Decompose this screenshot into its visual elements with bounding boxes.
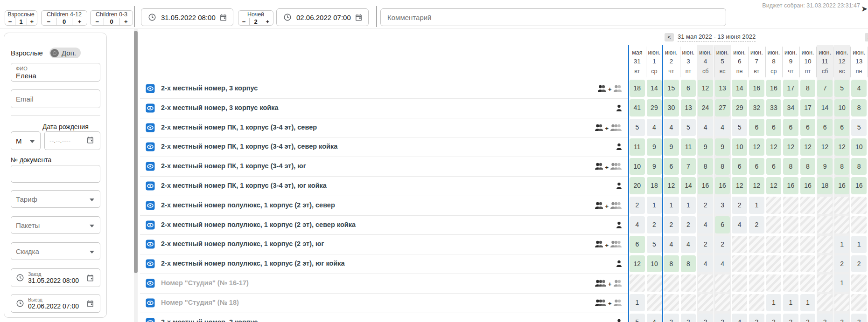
availability-cell[interactable]: 32 (749, 99, 764, 116)
availability-cell[interactable]: 12 (732, 177, 747, 194)
availability-cell[interactable]: 1 (834, 236, 850, 253)
availability-cell-closed[interactable] (851, 216, 867, 233)
availability-cell[interactable]: 2 (851, 255, 867, 273)
availability-cell-closed[interactable] (630, 274, 645, 292)
availability-cell[interactable]: 9 (698, 138, 713, 156)
availability-cell[interactable]: 2 (715, 314, 730, 322)
availability-cell[interactable]: 12 (766, 138, 782, 156)
availability-cell[interactable]: 1 (766, 294, 782, 311)
availability-cell[interactable]: 4 (715, 255, 730, 273)
nights-minus-button[interactable]: − (238, 18, 249, 25)
availability-cell[interactable]: 7 (681, 158, 696, 175)
availability-cell[interactable]: 33 (766, 99, 782, 116)
availability-cell[interactable]: 8 (664, 255, 679, 273)
availability-cell[interactable]: 5 (630, 119, 645, 136)
availability-cell[interactable]: 8 (800, 80, 816, 97)
availability-cell-closed[interactable] (800, 274, 816, 292)
availability-cell[interactable]: 12 (664, 177, 679, 194)
availability-cell[interactable]: 2 (647, 216, 662, 233)
availability-cell-closed[interactable] (698, 294, 713, 311)
availability-cell[interactable]: 2 (698, 197, 713, 214)
availability-cell[interactable]: 12 (783, 138, 798, 156)
availability-cell-closed[interactable] (732, 294, 747, 311)
availability-cell[interactable]: 6 (664, 158, 679, 175)
tariff-select[interactable]: Тариф (11, 190, 100, 208)
availability-cell[interactable]: 20 (630, 177, 645, 194)
availability-cell[interactable]: 4 (698, 119, 713, 136)
availability-cell[interactable]: 1 (851, 236, 867, 253)
room-visibility-eye-icon[interactable] (146, 240, 155, 249)
availability-cell[interactable]: 14 (817, 99, 833, 116)
availability-cell[interactable]: 4 (647, 119, 662, 136)
availability-cell-closed[interactable] (851, 274, 867, 292)
availability-cell[interactable]: 29 (732, 99, 747, 116)
availability-cell-closed[interactable] (766, 255, 782, 273)
availability-cell-closed[interactable] (647, 274, 662, 292)
availability-cell[interactable]: 14 (647, 80, 662, 97)
availability-cell[interactable]: 6 (766, 158, 782, 175)
availability-cell[interactable]: 8 (834, 158, 850, 175)
availability-cell[interactable]: 18 (630, 80, 645, 97)
availability-cell-closed[interactable] (749, 274, 764, 292)
availability-cell[interactable]: 8 (800, 158, 816, 175)
availability-cell[interactable]: 2 (851, 314, 867, 322)
discount-select[interactable]: Скидка (11, 242, 100, 260)
availability-cell[interactable]: 8 (681, 255, 696, 273)
availability-cell[interactable]: 5 (630, 314, 645, 322)
availability-cell-closed[interactable] (783, 197, 798, 214)
room-visibility-eye-icon[interactable] (146, 162, 155, 171)
gender-select[interactable]: М (11, 131, 41, 150)
availability-cell[interactable]: 9 (664, 138, 679, 156)
availability-cell-closed[interactable] (800, 255, 816, 273)
nights-plus-button[interactable]: + (262, 18, 273, 25)
availability-cell[interactable]: 27 (715, 99, 730, 116)
availability-cell[interactable]: 16 (800, 177, 816, 194)
availability-cell[interactable]: 1 (749, 197, 764, 214)
availability-cell[interactable]: 17 (783, 80, 798, 97)
availability-cell-closed[interactable] (817, 216, 833, 233)
availability-cell-closed[interactable] (647, 294, 662, 311)
adults-plus-button[interactable]: + (27, 18, 37, 25)
availability-cell[interactable]: 4 (732, 314, 747, 322)
availability-cell[interactable]: 16 (834, 177, 850, 194)
availability-cell-closed[interactable] (766, 216, 782, 233)
vertical-scrollbar-thumb[interactable] (134, 31, 138, 273)
availability-cell-closed[interactable] (783, 274, 798, 292)
children-4-12-minus-button[interactable]: − (42, 18, 56, 25)
availability-cell[interactable]: 1 (800, 294, 816, 311)
calendar-icon[interactable] (355, 14, 363, 21)
availability-cell[interactable]: 2 (749, 314, 764, 322)
availability-cell[interactable]: 14 (681, 177, 696, 194)
availability-cell[interactable]: 2 (698, 236, 713, 253)
availability-cell[interactable]: 13 (681, 99, 696, 116)
room-visibility-eye-icon[interactable] (146, 259, 155, 268)
room-visibility-eye-icon[interactable] (146, 103, 155, 113)
room-visibility-eye-icon[interactable] (146, 123, 155, 132)
availability-cell-closed[interactable] (715, 294, 730, 311)
date-range-label[interactable]: 31 мая 2022 - 13 июня 2022 (678, 33, 756, 41)
availability-cell[interactable]: 16 (851, 177, 867, 194)
children-0-3-minus-button[interactable]: − (91, 18, 104, 25)
packages-select[interactable]: Пакеты (11, 216, 100, 234)
availability-cell[interactable]: 6 (817, 119, 833, 136)
availability-cell[interactable]: 2 (834, 314, 850, 322)
availability-cell[interactable]: 6 (715, 216, 730, 233)
availability-cell-closed[interactable] (817, 236, 833, 253)
room-visibility-eye-icon[interactable] (146, 279, 155, 288)
availability-cell-closed[interactable] (749, 236, 764, 253)
availability-cell[interactable]: 5 (834, 80, 850, 97)
availability-cell[interactable]: 9 (715, 138, 730, 156)
availability-cell[interactable]: 5 (732, 119, 747, 136)
availability-cell[interactable]: 12 (834, 138, 850, 156)
extra-guest-toggle[interactable]: Доп. (49, 48, 81, 58)
availability-cell[interactable]: 2 (834, 255, 850, 273)
availability-cell-closed[interactable] (681, 274, 696, 292)
availability-cell[interactable]: 2 (630, 197, 645, 214)
availability-cell[interactable]: 1 (834, 274, 850, 292)
document-number-field[interactable] (11, 165, 100, 183)
availability-cell[interactable]: 10 (851, 138, 867, 156)
availability-cell[interactable]: 16 (783, 177, 798, 194)
availability-cell[interactable]: 16 (766, 80, 782, 97)
availability-cell[interactable]: 6 (749, 158, 764, 175)
availability-cell[interactable]: 18 (647, 177, 662, 194)
